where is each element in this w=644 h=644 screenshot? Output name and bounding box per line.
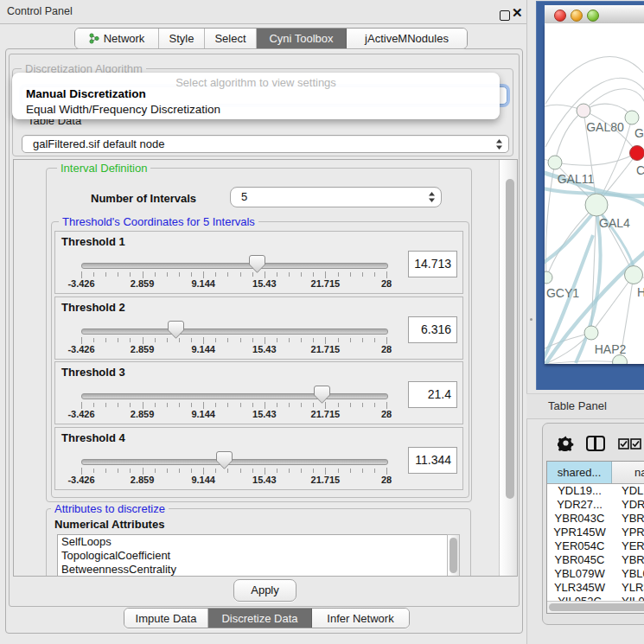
network-node[interactable] (625, 111, 639, 124)
network-node-label: HAP2 (595, 342, 627, 356)
network-node-label: C (636, 163, 644, 177)
settings-scrollbar[interactable] (499, 160, 517, 576)
table-row[interactable]: YLR345WYLR3 (547, 581, 644, 595)
table-row[interactable]: YBR043CYBR0 (547, 512, 644, 526)
table-hscroll-thumb[interactable] (549, 603, 644, 611)
attributes-list-scrollbar[interactable] (447, 534, 460, 577)
cell-name: YBL0 (622, 567, 644, 581)
algorithm-dropdown-popup: Select algorithm to view settings Manual… (12, 73, 500, 119)
network-edge[interactable] (545, 57, 643, 104)
apply-button[interactable]: Apply (233, 579, 296, 602)
cell-name: YDR2 (622, 498, 644, 512)
network-node[interactable] (584, 326, 598, 340)
cell-name: YLR3 (622, 581, 644, 595)
network-edge[interactable] (583, 89, 644, 112)
network-node[interactable] (630, 146, 644, 161)
cell-name: YBR0 (622, 512, 644, 526)
float-window-icon[interactable] (500, 10, 510, 21)
threshold-label: Threshold 4 (61, 431, 125, 444)
slider-track[interactable] (81, 459, 388, 465)
slider-tick-label: 9.144 (191, 475, 215, 485)
slider-thumb[interactable] (168, 321, 184, 339)
cell-shared-name: YBR045C (547, 553, 612, 567)
slider-thumb[interactable] (314, 386, 330, 404)
tab-impute-data[interactable]: Impute Data (124, 609, 208, 628)
table-horizontal-scrollbar[interactable] (547, 601, 644, 613)
slider-thumb[interactable] (249, 255, 265, 273)
popup-item-manual-discretization[interactable]: Manual Discretization (26, 87, 146, 100)
tab-cyni-toolbox[interactable]: Cyni Toolbox (257, 29, 347, 48)
network-node[interactable] (613, 355, 628, 365)
network-icon (89, 33, 99, 44)
attribute-list-item[interactable]: SelfLoops (58, 535, 447, 549)
checkbox-icon-1[interactable] (618, 438, 629, 450)
table-row[interactable]: YPR145WYPR1 (547, 526, 644, 539)
column-header-name[interactable]: na (612, 462, 644, 483)
slider-tick-label: 28 (381, 344, 392, 354)
tab-jactivemnodules[interactable]: jActiveMNodules (347, 29, 467, 48)
slider-tick-label: 15.43 (252, 409, 277, 419)
column-header-shared-name[interactable]: shared... (547, 462, 612, 483)
network-edge[interactable] (555, 111, 583, 163)
threshold-value-field[interactable]: 6.316 (408, 316, 457, 343)
close-window-icon[interactable]: ✕ (512, 4, 523, 22)
slider-track[interactable] (81, 263, 388, 269)
network-node[interactable] (548, 156, 562, 169)
network-edge[interactable] (545, 361, 620, 364)
slider-tick-label: 15.43 (252, 278, 277, 289)
network-node[interactable] (545, 271, 552, 284)
table-row[interactable]: YBL079WYBL0 (547, 567, 644, 581)
slider-thumb[interactable] (216, 451, 233, 469)
tab-label: jActiveMNodules (365, 32, 449, 45)
network-node[interactable] (577, 104, 590, 118)
network-canvas[interactable]: GAL80GACGAL11GAL4GCY1HHAP2 (545, 23, 644, 364)
threshold-label: Threshold 3 (61, 366, 125, 379)
cell-shared-name: YPR145W (547, 526, 612, 539)
threshold-panel-1: Threshold 1-3.4262.8599.14415.4321.71528… (54, 231, 463, 294)
tab-style[interactable]: Style (159, 29, 205, 48)
slider-track[interactable] (81, 328, 388, 335)
network-edge-highlighted[interactable] (576, 211, 601, 363)
gear-icon[interactable] (558, 435, 574, 451)
zoom-traffic-light[interactable] (587, 10, 599, 22)
cell-shared-name: YBL079W (547, 567, 612, 581)
slider-tick-label: 2.859 (131, 278, 155, 289)
threshold-value-field[interactable]: 14.713 (408, 251, 457, 277)
network-node-label: GAL4 (599, 216, 630, 230)
threshold-value-field[interactable]: 11.344 (408, 447, 457, 474)
checkbox-icon-2[interactable] (630, 438, 641, 450)
attribute-list-item[interactable]: TopologicalCoefficient (58, 549, 447, 563)
network-edge[interactable] (555, 153, 637, 165)
split-columns-icon[interactable] (586, 436, 605, 451)
attributes-group-title: Attributes to discretize (51, 502, 169, 515)
threshold-value-field[interactable]: 21.4 (408, 381, 457, 408)
tab-network[interactable]: Network (75, 29, 159, 48)
table-row[interactable]: YER054CYER0 (547, 539, 644, 553)
table-row[interactable]: YDR27...YDR2 (547, 498, 644, 512)
tab-label: Select (214, 32, 245, 45)
table-row[interactable]: YDL19...YDL1 (547, 484, 644, 498)
split-divider-grip[interactable] (530, 318, 532, 321)
tab-infer-network[interactable]: Infer Network (312, 609, 409, 628)
numerical-attributes-list[interactable]: SelfLoopsTopologicalCoefficientBetweenne… (57, 534, 448, 577)
tab-label: Style (169, 32, 194, 45)
network-node[interactable] (585, 194, 608, 216)
slider-track[interactable] (81, 393, 388, 399)
tab-discretize-data[interactable]: Discretize Data (208, 609, 312, 628)
tab-select[interactable]: Select (205, 29, 257, 48)
settings-scrollpane: Interval Definition Number of Intervals … (13, 159, 518, 577)
table-data-combobox[interactable]: galFiltered.sif default node (22, 135, 509, 153)
network-node-label: GA (634, 126, 644, 140)
table-row[interactable]: YBR045CYBR0 (547, 553, 644, 567)
network-node[interactable] (625, 266, 643, 284)
close-traffic-light[interactable] (554, 10, 566, 22)
minimize-traffic-light[interactable] (571, 10, 583, 22)
network-edge-highlighted[interactable] (545, 209, 596, 270)
attribute-list-item[interactable]: BetweennessCentrality (58, 563, 447, 577)
threshold-panel-4: Threshold 4-3.4262.8599.14415.4321.71528… (54, 427, 463, 490)
slider-ticks (81, 271, 387, 278)
number-of-intervals-combobox[interactable]: 5 (230, 187, 442, 207)
popup-item-equal-width[interactable]: Equal Width/Frequency Discretization (26, 103, 220, 116)
network-node-label: H (637, 285, 644, 299)
slider-tick-label: -3.426 (67, 409, 94, 419)
